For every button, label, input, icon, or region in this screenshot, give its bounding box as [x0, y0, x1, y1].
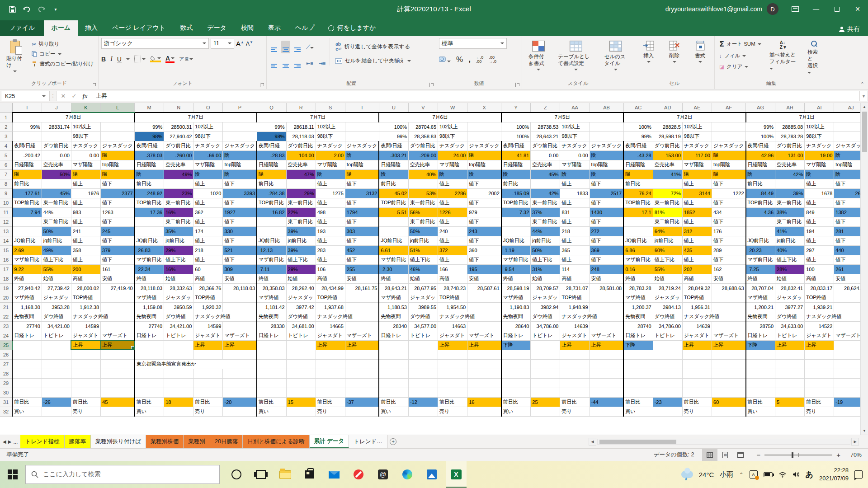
cell[interactable]: 上昇 — [71, 340, 100, 350]
cell[interactable]: -7.94 — [12, 207, 42, 217]
cell[interactable]: 前日比 — [257, 179, 286, 188]
cell[interactable]: 16% — [164, 264, 193, 274]
cell[interactable] — [746, 359, 775, 369]
cell[interactable]: 値下 — [712, 217, 745, 226]
cell[interactable]: 2002 — [467, 188, 501, 198]
tab-help[interactable]: ヘルプ — [288, 20, 322, 36]
cell[interactable]: 979 — [467, 207, 501, 217]
cell[interactable]: ジャスダッ — [42, 293, 71, 302]
minimize-button[interactable]: — — [806, 0, 826, 18]
cell[interactable]: ジャスダッ — [653, 293, 682, 302]
cell[interactable]: 218 — [560, 226, 590, 236]
cell[interactable]: 24.00 — [438, 150, 467, 160]
cell[interactable]: ダウ終値 — [286, 312, 316, 321]
cell[interactable] — [223, 302, 257, 312]
cell[interactable]: 99% — [135, 122, 164, 131]
cell[interactable]: 14665 — [316, 321, 345, 331]
cell[interactable] — [193, 369, 223, 378]
cell[interactable] — [223, 369, 257, 378]
cell[interactable]: -84.49 — [746, 188, 775, 198]
row-header-32[interactable]: 32 — [0, 407, 12, 416]
cell[interactable]: 34,786.00 — [653, 321, 682, 331]
cell[interactable]: TOP前日比 — [257, 198, 286, 207]
cell[interactable]: 売り — [193, 407, 223, 416]
cell[interactable] — [286, 340, 316, 350]
cell[interactable]: 値下 — [101, 217, 135, 226]
cell[interactable] — [12, 131, 42, 141]
cell[interactable]: 空売比率 — [531, 160, 560, 169]
column-header-W[interactable]: W — [438, 103, 467, 113]
cell[interactable]: 値上 — [682, 255, 712, 264]
cell[interactable]: マザ終値 — [135, 293, 164, 302]
start-button[interactable] — [0, 461, 25, 488]
cell[interactable]: 243 — [467, 226, 501, 236]
cell[interactable]: 41.81 — [501, 150, 531, 160]
cell[interactable]: 東二前日比 — [286, 217, 316, 226]
cell[interactable] — [467, 122, 501, 131]
cell[interactable]: 28,262.40 — [286, 283, 316, 293]
row-header-12[interactable]: 12 — [0, 217, 12, 226]
column-header-V[interactable]: V — [408, 103, 438, 113]
weather-desc[interactable]: 小雨 — [720, 470, 733, 479]
cell[interactable]: 売り — [560, 407, 590, 416]
cell[interactable]: 値上下比 — [286, 255, 316, 264]
cell[interactable]: top陽陰 — [712, 160, 745, 169]
tab-data[interactable]: データ — [200, 20, 234, 36]
account-email[interactable]: dryyourtearswithlove1@gmail.com — [665, 5, 762, 13]
cell[interactable]: 7月7日 — [257, 113, 379, 122]
cell[interactable]: 34,421.00 — [164, 321, 193, 331]
cell[interactable]: ダウ終値 — [42, 312, 71, 321]
cell[interactable]: マザ陽陰 — [193, 160, 223, 169]
horizontal-scrollbar[interactable]: ◀ ▶ — [586, 435, 868, 448]
cell[interactable]: 1,912.38 — [71, 302, 100, 312]
cell[interactable]: 1,190.83 — [501, 302, 531, 312]
cell[interactable]: 3393 — [223, 188, 257, 198]
cell[interactable]: マザ前日比 — [135, 255, 164, 264]
weather-icon[interactable] — [681, 471, 693, 478]
cell[interactable]: 174 — [193, 226, 223, 236]
cell[interactable]: 終値 — [379, 274, 408, 283]
cell[interactable] — [408, 359, 438, 369]
currency-format-icon[interactable] — [439, 56, 451, 64]
cell[interactable]: 陽 — [257, 169, 286, 179]
wifi-icon[interactable] — [778, 471, 787, 478]
cell[interactable] — [42, 350, 71, 359]
cell[interactable]: 東一前日比 — [286, 198, 316, 207]
cell[interactable] — [712, 350, 745, 359]
cell[interactable]: 東二前日比 — [164, 217, 193, 226]
row-header-27[interactable]: 27 — [0, 359, 12, 369]
cell[interactable]: 55% — [653, 264, 682, 274]
cell[interactable] — [345, 302, 379, 312]
cell[interactable] — [379, 340, 408, 350]
cell[interactable] — [623, 226, 653, 236]
cell[interactable]: 15 — [286, 397, 316, 407]
cell[interactable]: 0.16 — [623, 264, 653, 274]
number-dialog-launcher-icon[interactable] — [515, 83, 520, 87]
autosum-button[interactable]: Σオート SUM — [717, 39, 763, 49]
cell[interactable]: 34,681.00 — [286, 321, 316, 331]
cell[interactable]: マザ終値 — [623, 293, 653, 302]
cell[interactable]: 60 — [712, 397, 745, 407]
cell[interactable]: -37 — [345, 397, 379, 407]
cell[interactable]: 42.96 — [746, 150, 775, 160]
cell[interactable] — [438, 359, 467, 369]
cell[interactable]: 夜間/日経 — [746, 141, 775, 150]
cell[interactable]: 983 — [71, 207, 100, 217]
increase-decimal-icon[interactable]: ←.0.00 — [476, 56, 484, 64]
cell[interactable] — [286, 179, 316, 188]
cell[interactable]: 前日比 — [193, 397, 223, 407]
cell[interactable] — [101, 359, 135, 369]
page-layout-view-icon[interactable]: ▤ — [717, 449, 733, 461]
cell[interactable] — [101, 131, 135, 141]
cell[interactable] — [316, 350, 345, 359]
cell[interactable]: 14639 — [682, 321, 712, 331]
cell[interactable] — [560, 359, 590, 369]
cell[interactable]: 陽 — [623, 169, 653, 179]
column-header-I[interactable]: I — [12, 103, 42, 113]
cell[interactable]: 28,832.41 — [775, 283, 805, 293]
cell[interactable]: 27,739.42 — [42, 283, 71, 293]
cell[interactable] — [467, 321, 501, 331]
cell[interactable] — [653, 378, 682, 388]
cell[interactable]: 前日比 — [805, 397, 834, 407]
cell[interactable]: 東二前日比 — [531, 217, 560, 226]
